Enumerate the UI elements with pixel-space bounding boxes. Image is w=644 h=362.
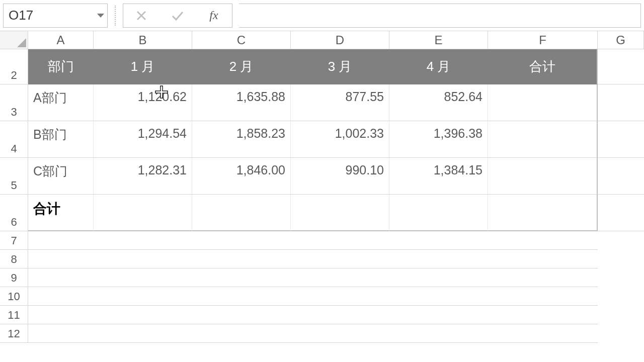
row-header-9[interactable]: 9 — [0, 268, 28, 287]
table-row: 11 — [0, 306, 644, 324]
dropdown-icon[interactable] — [97, 14, 104, 18]
cell-C3[interactable]: 1,635.88 — [192, 84, 291, 121]
cell-C6[interactable] — [192, 195, 291, 231]
table-row: 8 — [0, 250, 644, 268]
cell-G2[interactable] — [598, 49, 644, 84]
cell-row9[interactable] — [28, 268, 598, 287]
table-row: 10 — [0, 287, 644, 306]
cell-F3[interactable] — [488, 84, 598, 121]
cell-E4[interactable]: 1,396.38 — [389, 121, 488, 158]
row-header-2[interactable]: 2 — [0, 49, 28, 84]
cell-row11[interactable] — [28, 306, 598, 324]
cell-F6[interactable] — [488, 195, 598, 231]
name-box[interactable]: O17 — [3, 4, 108, 28]
cell-C5[interactable]: 1,846.00 — [192, 158, 291, 195]
cell-D2[interactable]: 3 月 — [291, 49, 389, 84]
cell-F2[interactable]: 合计 — [488, 49, 598, 84]
spreadsheet-grid: A B C D E F G 2 部门 1 月 2 月 3 月 4 月 合计 3 … — [0, 31, 644, 343]
table-row: 9 — [0, 268, 644, 287]
cell-G4[interactable] — [598, 121, 644, 158]
row-header-8[interactable]: 8 — [0, 250, 28, 268]
cell-B2[interactable]: 1 月 — [94, 49, 192, 84]
col-header-G[interactable]: G — [598, 31, 644, 49]
cell-A3[interactable]: A部门 — [28, 84, 94, 121]
name-box-value: O17 — [9, 8, 33, 23]
col-header-E[interactable]: E — [389, 31, 488, 49]
cell-B4[interactable]: 1,294.54 — [94, 121, 192, 158]
row-header-3[interactable]: 3 — [0, 84, 28, 121]
cell-A6[interactable]: 合计 — [28, 195, 94, 231]
cell-row10[interactable] — [28, 287, 598, 306]
insert-function-button[interactable]: fx — [196, 4, 232, 27]
cell-D5[interactable]: 990.10 — [291, 158, 389, 195]
cell-B5[interactable]: 1,282.31 — [94, 158, 192, 195]
cell-row8[interactable] — [28, 250, 598, 268]
x-icon — [136, 10, 147, 21]
table-row: 12 — [0, 324, 644, 343]
fx-label: fx — [209, 9, 218, 22]
select-all-corner[interactable] — [0, 31, 28, 49]
row-header-10[interactable]: 10 — [0, 287, 28, 306]
cell-B3[interactable]: 1,120.62 — [94, 84, 192, 121]
table-row: 7 — [0, 231, 644, 250]
cell-E2[interactable]: 4 月 — [389, 49, 488, 84]
row-header-12[interactable]: 12 — [0, 324, 28, 343]
cell-E5[interactable]: 1,384.15 — [389, 158, 488, 195]
table-row: 5 C部门 1,282.31 1,846.00 990.10 1,384.15 — [0, 158, 644, 195]
cancel-button[interactable] — [123, 4, 159, 27]
table-row: 6 合计 — [0, 195, 644, 231]
cell-A5[interactable]: C部门 — [28, 158, 94, 195]
check-icon — [171, 10, 184, 21]
table-row: 3 A部门 1,120.62 1,635.88 877.55 852.64 — [0, 84, 644, 121]
column-headers: A B C D E F G — [0, 31, 644, 49]
row-header-5[interactable]: 5 — [0, 158, 28, 195]
cell-D3[interactable]: 877.55 — [291, 84, 389, 121]
cell-G5[interactable] — [598, 158, 644, 195]
cell-E6[interactable] — [389, 195, 488, 231]
cell-A4[interactable]: B部门 — [28, 121, 94, 158]
cell-D6[interactable] — [291, 195, 389, 231]
row-header-4[interactable]: 4 — [0, 121, 28, 158]
cell-F4[interactable] — [488, 121, 598, 158]
cell-F5[interactable] — [488, 158, 598, 195]
col-header-F[interactable]: F — [488, 31, 598, 49]
col-header-C[interactable]: C — [192, 31, 291, 49]
cell-row7[interactable] — [28, 231, 598, 250]
row-header-7[interactable]: 7 — [0, 231, 28, 250]
formula-input[interactable] — [239, 4, 641, 28]
cell-G6[interactable] — [598, 195, 644, 231]
cell-G3[interactable] — [598, 84, 644, 121]
cell-C4[interactable]: 1,858.23 — [192, 121, 291, 158]
row-header-6[interactable]: 6 — [0, 195, 28, 231]
cell-D4[interactable]: 1,002.33 — [291, 121, 389, 158]
cell-A2[interactable]: 部门 — [28, 49, 94, 84]
formula-buttons: fx — [123, 4, 232, 28]
cell-B6[interactable] — [94, 195, 192, 231]
cell-E3[interactable]: 852.64 — [389, 84, 488, 121]
formula-bar: O17 fx — [0, 0, 644, 31]
table-row: 4 B部门 1,294.54 1,858.23 1,002.33 1,396.3… — [0, 121, 644, 158]
enter-button[interactable] — [159, 4, 196, 27]
table-row: 2 部门 1 月 2 月 3 月 4 月 合计 — [0, 49, 644, 84]
cell-C2[interactable]: 2 月 — [192, 49, 291, 84]
col-header-B[interactable]: B — [94, 31, 192, 49]
separator — [115, 6, 116, 26]
row-header-11[interactable]: 11 — [0, 306, 28, 324]
col-header-A[interactable]: A — [28, 31, 94, 49]
col-header-D[interactable]: D — [291, 31, 389, 49]
cell-row12[interactable] — [28, 324, 598, 343]
